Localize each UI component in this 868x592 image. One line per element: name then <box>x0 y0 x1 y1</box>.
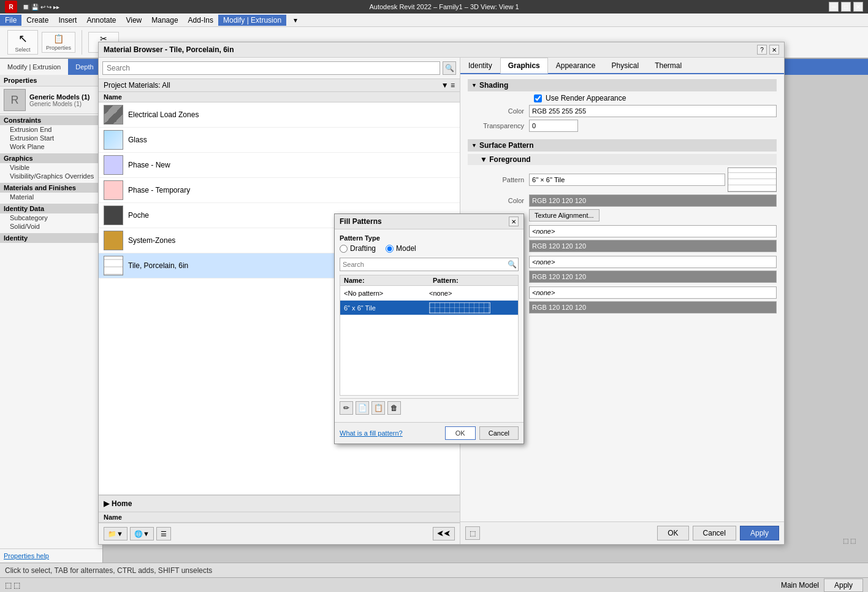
properties-tool[interactable]: 📋 <box>53 34 64 44</box>
dialog-window-controls[interactable]: ? ✕ <box>757 45 779 55</box>
fp-body: Pattern Type Drafting Model 🔍 <box>335 229 523 422</box>
tab-identity[interactable]: Identity <box>460 58 500 74</box>
mb-bottom-btn3[interactable]: ☰ <box>156 527 171 540</box>
material-item-electrical[interactable]: Electrical Load Zones <box>99 102 460 128</box>
constraints-section-title[interactable]: Constraints <box>0 115 102 125</box>
bg-color-value-1[interactable]: RGB 120 120 120 <box>529 240 777 252</box>
fg-pattern-preview <box>728 167 777 192</box>
apply-button[interactable]: Apply <box>740 526 779 540</box>
view-controls[interactable]: ⬚ ⬚ <box>843 537 856 544</box>
fp-cancel-btn[interactable]: Cancel <box>479 426 519 440</box>
fp-search-input[interactable] <box>340 258 506 271</box>
drafting-radio-label[interactable]: Drafting <box>340 244 376 253</box>
fp-item-no-pattern[interactable]: <No pattern> <none> <box>340 286 518 301</box>
menu-modify-extrusion[interactable]: Modify | Extrusion <box>218 15 286 26</box>
menu-insert[interactable]: Insert <box>53 15 82 26</box>
material-list-header: Project Materials: All ▼ ≡ <box>99 79 460 92</box>
ok-button[interactable]: OK <box>657 526 688 540</box>
material-search-button[interactable]: 🔍 <box>443 61 456 75</box>
menu-manage[interactable]: Manage <box>147 15 183 26</box>
transparency-value[interactable]: 0 <box>529 120 578 132</box>
color-label: Color <box>468 107 529 115</box>
material-search-input[interactable] <box>102 61 440 75</box>
fp-delete-btn[interactable]: 🗑 <box>387 401 401 415</box>
identity-section-title[interactable]: Identity <box>0 233 102 243</box>
graphics-section-title[interactable]: Graphics <box>0 153 102 163</box>
view-icons[interactable]: ⬚ <box>465 526 480 540</box>
fp-duplicate-btn[interactable]: 📋 <box>371 401 385 415</box>
transparency-label: Transparency <box>468 122 529 129</box>
view-icon-btn[interactable]: ⬚ <box>465 526 480 540</box>
tab-modify-extrusion[interactable]: Modify | Extrusion <box>0 59 68 75</box>
surface-pattern-header[interactable]: ▼ Surface Pattern <box>468 139 777 152</box>
material-browser-bottom: 📁▼ 🌐▼ ☰ ⮜⮜ <box>99 523 460 544</box>
bg-pattern-value-2[interactable]: <none> <box>529 256 777 268</box>
fp-close-btn[interactable]: ✕ <box>509 217 519 226</box>
identity-data-title[interactable]: Identity Data <box>0 204 102 213</box>
bg-pattern-value-3[interactable]: <none> <box>529 286 777 299</box>
window-controls[interactable]: ─ □ ✕ <box>829 2 863 12</box>
home-header[interactable]: ▶ Home <box>99 495 460 512</box>
transparency-row: Transparency 0 <box>468 120 777 132</box>
use-render-appearance-checkbox[interactable] <box>534 94 542 102</box>
material-item-phase-new[interactable]: Phase - New <box>99 153 460 178</box>
minimize-btn[interactable]: ─ <box>829 2 839 12</box>
cancel-button[interactable]: Cancel <box>693 526 736 540</box>
surface-pattern-label: Surface Pattern <box>479 141 534 150</box>
project-materials-label: Project Materials: All <box>104 81 170 90</box>
drafting-radio[interactable] <box>340 245 348 253</box>
menu-create[interactable]: Create <box>21 15 53 26</box>
fg-color-value[interactable]: RGB 120 120 120 <box>529 194 777 207</box>
properties-help-link[interactable]: Properties help <box>0 548 102 563</box>
shading-collapse-arrow: ▼ <box>471 82 477 88</box>
model-type-dropdown[interactable]: Generic Models (1) Generic Models (1) <box>29 93 99 107</box>
material-thumb-system-zones <box>104 231 123 250</box>
fp-item-tile[interactable]: 6" x 6" Tile <box>340 301 518 315</box>
menu-more[interactable]: ▾ <box>289 15 302 26</box>
visible-row: Visible <box>0 163 102 172</box>
shading-header[interactable]: ▼ Shading <box>468 79 777 91</box>
use-render-appearance-label: Use Render Appearance <box>546 94 626 102</box>
home-section: ▶ Home Name <box>99 494 460 523</box>
fp-new-btn[interactable]: 📄 <box>356 401 369 415</box>
fp-ok-btn[interactable]: OK <box>445 426 476 440</box>
fp-search-icon: 🔍 <box>506 258 518 271</box>
model-radio[interactable] <box>386 245 394 253</box>
maximize-btn[interactable]: □ <box>841 2 851 12</box>
tab-graphics[interactable]: Graphics <box>500 58 548 74</box>
menu-annotate[interactable]: Annotate <box>82 15 121 26</box>
material-name-poche: Poche <box>128 211 149 220</box>
tab-physical[interactable]: Physical <box>603 58 647 74</box>
menu-view[interactable]: View <box>121 15 147 26</box>
material-item-glass[interactable]: Glass <box>99 128 460 153</box>
select-tool[interactable]: ↖ <box>18 32 28 45</box>
material-item-phase-temp[interactable]: Phase - Temporary <box>99 178 460 203</box>
bg-color-value-3[interactable]: RGB 120 120 120 <box>529 301 777 313</box>
bg-color-value-2[interactable]: RGB 120 120 120 <box>529 271 777 283</box>
filter-icon[interactable]: ▼ ≡ <box>441 81 455 90</box>
texture-alignment-btn[interactable]: Texture Alignment... <box>529 209 600 221</box>
mb-bottom-btn1[interactable]: 📁▼ <box>104 527 128 540</box>
fp-edit-btn[interactable]: ✏ <box>340 401 353 415</box>
shading-color-value[interactable]: RGB 255 255 255 <box>529 105 777 117</box>
fp-list-header: Name: Pattern: <box>340 275 519 285</box>
materials-section-title[interactable]: Materials and Finishes <box>0 183 102 193</box>
tab-appearance[interactable]: Appearance <box>548 58 604 74</box>
fg-pattern-value[interactable]: 6'' × 6'' Tile <box>529 174 725 186</box>
fp-help-link[interactable]: What is a fill pattern? <box>340 429 403 437</box>
mb-close-btn[interactable]: ✕ <box>769 45 779 55</box>
fill-patterns-dialog[interactable]: Fill Patterns ✕ Pattern Type Drafting Mo… <box>334 213 524 444</box>
bg-pattern-value-1[interactable]: <none> <box>529 225 777 237</box>
menu-file[interactable]: File <box>0 15 21 26</box>
menu-addins[interactable]: Add-Ins <box>183 15 218 26</box>
properties-panel-header: Properties <box>0 75 102 86</box>
tab-thermal[interactable]: Thermal <box>647 58 690 74</box>
mb-bottom-btn2[interactable]: 🌐▼ <box>130 527 154 540</box>
model-radio-label[interactable]: Model <box>386 244 416 253</box>
tab-depth[interactable]: Depth <box>68 59 101 75</box>
apply-btn[interactable]: Apply <box>824 579 863 592</box>
mb-collapse-btn[interactable]: ⮜⮜ <box>433 527 455 540</box>
close-btn[interactable]: ✕ <box>853 2 863 12</box>
mb-help-btn[interactable]: ? <box>757 45 767 55</box>
fp-no-pattern-value: <none> <box>429 290 452 297</box>
